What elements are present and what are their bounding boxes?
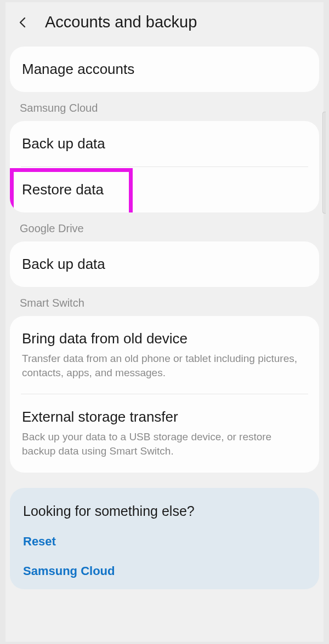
manage-accounts-card: Manage accounts <box>10 47 319 92</box>
section-header-samsung-cloud: Samsung Cloud <box>5 92 324 121</box>
section-header-smart-switch: Smart Switch <box>5 287 324 316</box>
google-drive-card: Back up data <box>10 242 319 287</box>
external-storage-item[interactable]: External storage transfer Back up your d… <box>10 394 319 472</box>
restore-data-item[interactable]: Restore data <box>10 167 319 212</box>
external-storage-label: External storage transfer <box>22 409 307 426</box>
manage-accounts-item[interactable]: Manage accounts <box>10 47 319 92</box>
smart-switch-card: Bring data from old device Transfer data… <box>10 316 319 473</box>
backup-data-samsung-item[interactable]: Back up data <box>10 121 319 166</box>
backup-data-samsung-label: Back up data <box>22 135 307 152</box>
footer-card: Looking for something else? Reset Samsun… <box>10 488 319 589</box>
restore-data-label: Restore data <box>22 181 307 198</box>
back-icon[interactable] <box>16 16 30 29</box>
backup-data-google-label: Back up data <box>22 256 307 273</box>
section-header-google-drive: Google Drive <box>5 212 324 242</box>
manage-accounts-label: Manage accounts <box>22 61 307 78</box>
scrollbar[interactable] <box>322 112 326 214</box>
external-storage-sub: Back up your data to a USB storage devic… <box>22 430 307 458</box>
samsung-cloud-card: Back up data Restore data <box>10 121 319 212</box>
link-samsung-cloud[interactable]: Samsung Cloud <box>23 564 306 578</box>
app-header: Accounts and backup <box>5 2 324 47</box>
bring-data-sub: Transfer data from an old phone or table… <box>22 352 307 380</box>
footer-title: Looking for something else? <box>23 503 306 519</box>
page-title: Accounts and backup <box>45 13 197 31</box>
link-reset[interactable]: Reset <box>23 534 306 549</box>
bring-data-item[interactable]: Bring data from old device Transfer data… <box>10 316 319 394</box>
backup-data-google-item[interactable]: Back up data <box>10 242 319 287</box>
bring-data-label: Bring data from old device <box>22 330 307 347</box>
